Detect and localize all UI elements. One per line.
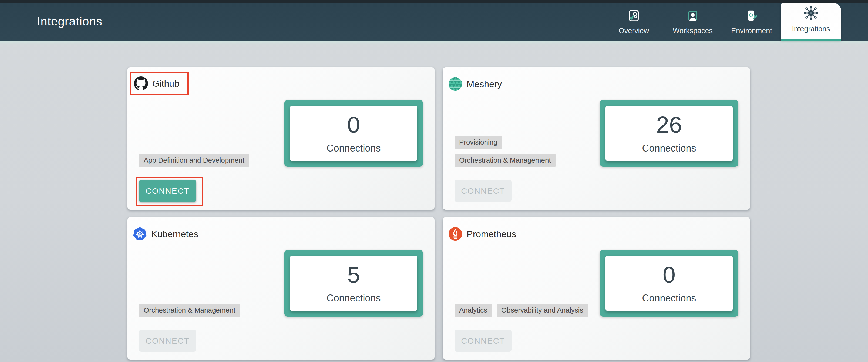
connections-label: Connections: [327, 293, 380, 304]
connections-count: 0: [663, 263, 676, 286]
nav-tab-integrations-active[interactable]: Integrations: [781, 3, 841, 40]
workspaces-icon: [686, 9, 699, 22]
top-navigation: Overview Workspaces Envir: [604, 3, 841, 40]
connections-label: Connections: [642, 293, 696, 304]
category-tag: Analytics: [455, 304, 492, 317]
app-header: Integrations Overview: [0, 0, 868, 40]
connections-count: 26: [656, 113, 682, 136]
page-title: Integrations: [37, 14, 102, 28]
nav-label: Overview: [619, 27, 649, 35]
category-tag: Orchestration & Management: [139, 304, 240, 317]
connections-stat-box: 5 Connections: [284, 250, 423, 316]
connections-stat-box: 26 Connections: [600, 100, 738, 167]
connections-count: 5: [347, 263, 360, 286]
connections-stat-box: 0 Connections: [600, 250, 738, 316]
integration-name: Github: [152, 78, 179, 89]
prometheus-icon: [448, 227, 462, 241]
integration-card-prometheus: Prometheus 0 Connections Analytics Obser…: [443, 217, 750, 360]
annotation-highlight-github-logo: Github: [130, 71, 188, 95]
integration-card-kubernetes: Kubernetes 5 Connections Orchestration &…: [127, 217, 435, 360]
integrations-icon: [804, 6, 818, 20]
nav-label: Integrations: [792, 25, 830, 33]
overview-icon: [628, 9, 640, 22]
category-tags: App Definition and Development: [139, 138, 249, 167]
integrations-grid: Github 0 Connections App Definition and …: [127, 67, 750, 360]
connect-button-disabled[interactable]: CONNECT: [455, 330, 512, 352]
integration-card-github: Github 0 Connections App Definition and …: [127, 67, 435, 210]
connections-label: Connections: [327, 143, 380, 154]
connect-button[interactable]: CONNECT: [139, 180, 196, 202]
nav-label: Environment: [731, 27, 772, 35]
connections-count: 0: [347, 113, 360, 136]
integration-name: Kubernetes: [151, 229, 198, 239]
connections-stat-inner: 0 Connections: [606, 255, 733, 311]
annotation-highlight-connect-button: CONNECT: [136, 177, 203, 206]
logo-row: Kubernetes: [133, 227, 198, 241]
integration-card-meshery: Meshery 26 Connections Provisioning Orch…: [443, 67, 750, 210]
connect-button-disabled[interactable]: CONNECT: [455, 180, 512, 202]
integration-name: Meshery: [467, 79, 502, 89]
category-tag: Provisioning: [455, 135, 502, 149]
category-tag: App Definition and Development: [139, 154, 249, 167]
logo-row: Github: [134, 77, 179, 90]
header-glow-strip: [0, 40, 868, 45]
category-tag: Observability and Analysis: [497, 304, 588, 317]
logo-row: Prometheus: [448, 227, 516, 241]
meshery-icon: [448, 77, 462, 91]
connections-stat-inner: 0 Connections: [290, 105, 417, 161]
nav-item-workspaces[interactable]: Workspaces: [663, 3, 722, 40]
connections-label: Connections: [642, 143, 696, 154]
nav-item-overview[interactable]: Overview: [604, 3, 663, 40]
integration-name: Prometheus: [467, 229, 516, 239]
category-tags: Provisioning Orchestration & Management: [455, 138, 556, 167]
environment-icon: [745, 9, 758, 22]
nav-label: Workspaces: [673, 27, 713, 35]
connections-stat-box: 0 Connections: [284, 100, 423, 167]
logo-row: Meshery: [448, 77, 502, 91]
category-tags: Analytics Observability and Analysis: [455, 288, 588, 317]
connect-button-disabled[interactable]: CONNECT: [139, 330, 196, 352]
github-icon: [134, 77, 148, 90]
connections-stat-inner: 26 Connections: [606, 105, 733, 161]
category-tags: Orchestration & Management: [139, 288, 240, 317]
kubernetes-icon: [133, 227, 147, 241]
browser-top-strip: [0, 0, 868, 3]
category-tag: Orchestration & Management: [455, 154, 556, 167]
connections-stat-inner: 5 Connections: [290, 255, 417, 311]
nav-item-environment[interactable]: Environment: [722, 3, 781, 40]
